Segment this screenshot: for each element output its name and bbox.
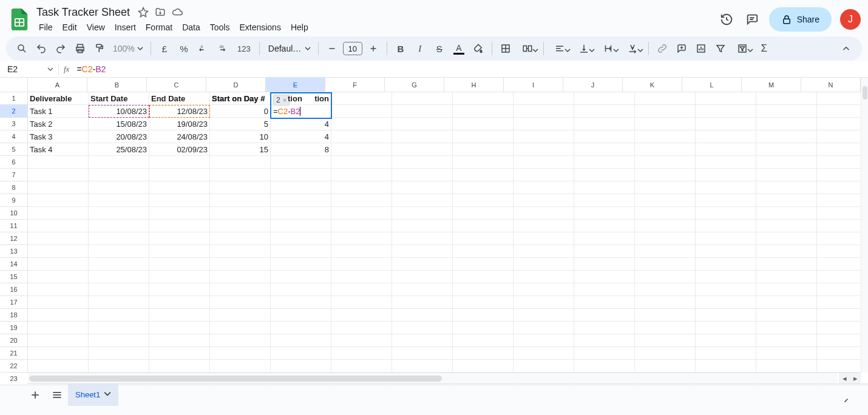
cell[interactable] — [574, 207, 635, 220]
cell[interactable] — [28, 360, 89, 373]
cell[interactable] — [635, 220, 696, 232]
cell[interactable] — [210, 271, 271, 283]
cell[interactable] — [574, 322, 635, 334]
row-headers[interactable]: 1234567891011121314151617181920212223 — [0, 92, 28, 373]
select-all-corner[interactable] — [0, 78, 28, 92]
decrease-font-icon[interactable] — [324, 40, 341, 57]
cell[interactable] — [696, 347, 756, 360]
cell[interactable] — [271, 334, 331, 347]
cell[interactable] — [514, 143, 574, 156]
cell[interactable] — [696, 271, 756, 283]
horizontal-scrollbar[interactable] — [28, 373, 838, 383]
history-icon[interactable] — [718, 11, 735, 28]
cell[interactable] — [28, 334, 89, 347]
cell[interactable] — [210, 194, 271, 207]
currency-button[interactable]: £ — [156, 40, 173, 57]
cell[interactable] — [453, 334, 514, 347]
row-header[interactable]: 1 — [0, 92, 27, 105]
cell[interactable] — [271, 220, 331, 232]
increase-decimal-icon[interactable]: .00 — [214, 40, 231, 57]
col-header[interactable]: A — [28, 78, 87, 92]
cell[interactable] — [89, 283, 149, 296]
search-menus-icon[interactable] — [13, 40, 30, 57]
cell[interactable] — [574, 156, 635, 169]
text-color-icon[interactable]: A — [450, 40, 467, 57]
cell[interactable] — [210, 360, 271, 373]
cell[interactable] — [635, 130, 696, 143]
active-cell-editor[interactable]: 2×=C2-B2 — [270, 92, 332, 119]
cell[interactable] — [453, 322, 514, 334]
cell[interactable] — [635, 360, 696, 373]
cell[interactable] — [149, 169, 210, 181]
row-header[interactable]: 15 — [0, 271, 27, 283]
cell[interactable] — [696, 296, 756, 309]
cell[interactable] — [271, 296, 331, 309]
cell[interactable] — [514, 207, 574, 220]
cell[interactable] — [28, 271, 89, 283]
account-avatar[interactable]: J — [840, 9, 861, 30]
functions-icon[interactable]: Σ — [756, 40, 773, 57]
cell[interactable] — [331, 271, 392, 283]
fill-color-icon[interactable] — [470, 40, 487, 57]
cell[interactable] — [696, 118, 756, 130]
cell[interactable] — [453, 271, 514, 283]
cell[interactable] — [756, 118, 817, 130]
row-header[interactable]: 18 — [0, 309, 27, 322]
sheets-logo-icon[interactable] — [7, 7, 32, 32]
cell[interactable] — [635, 105, 696, 118]
row-header[interactable]: 22 — [0, 360, 27, 373]
cell[interactable] — [635, 283, 696, 296]
more-formats-button[interactable]: 123 — [234, 40, 254, 57]
cell[interactable] — [28, 322, 89, 334]
sheet-tab[interactable]: Sheet1 — [68, 384, 118, 406]
cell[interactable] — [28, 245, 89, 258]
cell[interactable] — [271, 207, 331, 220]
cell[interactable] — [635, 143, 696, 156]
cell[interactable] — [696, 194, 756, 207]
cell[interactable] — [696, 334, 756, 347]
cell[interactable] — [210, 220, 271, 232]
cell[interactable]: 24/08/23 — [149, 130, 210, 143]
cell[interactable]: 4 — [271, 118, 331, 130]
cell[interactable]: 0 — [210, 105, 271, 118]
cell[interactable] — [28, 258, 89, 271]
cell[interactable] — [392, 258, 453, 271]
cell[interactable] — [331, 118, 392, 130]
cell[interactable]: 5 — [210, 118, 271, 130]
cell[interactable] — [149, 194, 210, 207]
cell[interactable] — [271, 347, 331, 360]
cell[interactable] — [453, 232, 514, 245]
cell[interactable] — [514, 258, 574, 271]
move-folder-icon[interactable] — [154, 6, 166, 18]
cell[interactable] — [574, 271, 635, 283]
vertical-align-icon[interactable] — [573, 40, 595, 57]
cell[interactable] — [574, 169, 635, 181]
cell[interactable] — [331, 347, 392, 360]
cell[interactable] — [574, 194, 635, 207]
cell[interactable] — [756, 296, 817, 309]
filter-icon[interactable] — [712, 40, 729, 57]
cell[interactable] — [331, 334, 392, 347]
cell[interactable] — [331, 92, 392, 105]
bold-icon[interactable]: B — [392, 40, 409, 57]
cell[interactable] — [331, 220, 392, 232]
cell[interactable] — [453, 105, 514, 118]
row-header[interactable]: 2 — [0, 105, 27, 118]
cell[interactable] — [271, 194, 331, 207]
cell[interactable] — [514, 118, 574, 130]
cell[interactable] — [514, 232, 574, 245]
cell[interactable] — [514, 245, 574, 258]
row-header[interactable]: 7 — [0, 169, 27, 181]
cell[interactable] — [453, 92, 514, 105]
undo-icon[interactable] — [33, 40, 50, 57]
cell[interactable]: Start Date — [89, 92, 149, 105]
col-header[interactable]: N — [801, 78, 861, 92]
cell[interactable] — [514, 322, 574, 334]
cell[interactable] — [149, 309, 210, 322]
cell[interactable] — [635, 245, 696, 258]
horizontal-align-icon[interactable] — [549, 40, 571, 57]
cell[interactable] — [635, 194, 696, 207]
filter-views-icon[interactable] — [731, 40, 753, 57]
share-button[interactable]: Share — [769, 7, 832, 32]
cell[interactable] — [210, 258, 271, 271]
